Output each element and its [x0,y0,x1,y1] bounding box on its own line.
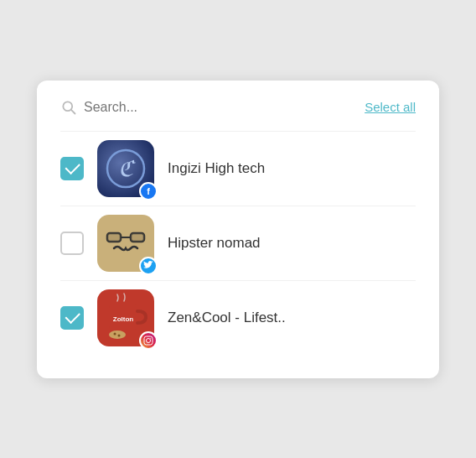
search-icon [60,99,77,116]
checkbox-ingizi[interactable] [60,157,84,180]
svg-text:ℭ: ℭ [118,157,137,181]
app-label-ingizi: Ingizi High tech [168,160,265,177]
app-label-zen: Zen&Cool - Lifest.. [168,310,286,326]
search-input[interactable] [84,100,365,115]
svg-point-16 [147,338,151,342]
app-icon-wrap-hipster [97,215,154,272]
checkbox-zen[interactable] [60,306,84,330]
svg-point-12 [109,330,126,339]
selection-card: Select all ℭ f Ingizi High tech [37,81,439,378]
list-item: Zolton Zen&Cool - Lifest.. [60,281,416,355]
svg-rect-8 [131,233,144,242]
select-all-button[interactable]: Select all [365,100,416,114]
checkbox-hipster[interactable] [60,232,84,255]
app-icon-wrap-ingizi: ℭ f [97,140,154,197]
social-badge-twitter [139,257,158,275]
social-badge-instagram [139,331,158,350]
app-icon-wrap-zen: Zolton [97,289,154,346]
svg-line-1 [71,109,75,113]
social-badge-facebook: f [139,182,158,200]
list-item: Hipster nomad [60,206,416,280]
list-item: ℭ f Ingizi High tech [60,132,416,206]
svg-rect-15 [144,336,153,345]
search-row: Select all [60,99,416,116]
svg-point-13 [114,332,116,335]
svg-rect-7 [107,233,121,242]
app-label-hipster: Hipster nomad [168,235,261,252]
svg-point-17 [150,337,151,338]
svg-point-14 [118,334,121,336]
svg-text:Zolton: Zolton [113,315,134,323]
